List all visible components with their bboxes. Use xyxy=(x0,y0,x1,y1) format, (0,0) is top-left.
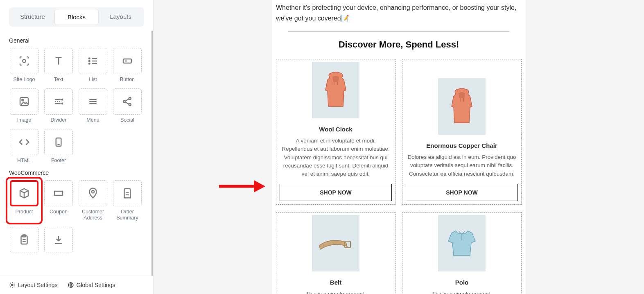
block-text[interactable]: Text xyxy=(43,48,74,83)
block-footer[interactable]: Footer xyxy=(43,129,74,164)
svg-point-0 xyxy=(23,59,26,63)
product-desc: This is a simple product. xyxy=(303,290,368,294)
product-image-polo xyxy=(438,215,486,271)
clipboard-icon xyxy=(10,227,38,253)
html-icon xyxy=(10,129,38,155)
headline: Discover More, Spend Less! xyxy=(276,39,522,50)
text-icon xyxy=(44,48,73,74)
image-icon xyxy=(10,88,38,115)
svg-point-1 xyxy=(89,58,90,59)
annotation-arrow xyxy=(217,176,266,197)
divider xyxy=(288,32,509,32)
list-icon xyxy=(79,48,107,74)
sidebar: Structure Blocks Layouts General Site Lo… xyxy=(0,0,154,294)
svg-point-19 xyxy=(129,104,131,106)
svg-point-31 xyxy=(11,284,13,286)
product-image-hoodie xyxy=(438,78,486,135)
block-social[interactable]: Social xyxy=(112,88,142,123)
block-menu[interactable]: Menu xyxy=(78,88,108,123)
product-desc: Dolores ea aliquid est in eum. Provident… xyxy=(405,153,519,178)
product-image-belt xyxy=(312,215,359,271)
block-coupon[interactable]: Coupon xyxy=(43,180,74,221)
product-title: Belt xyxy=(330,279,341,286)
svg-point-18 xyxy=(129,97,131,100)
product-card[interactable]: Enormous Copper Chair Dolores ea aliquid… xyxy=(402,59,522,205)
product-card[interactable]: Wool Clock A veniam et in voluptate et m… xyxy=(276,59,395,205)
product-card[interactable]: Polo This is a simple product. xyxy=(402,212,522,294)
product-card[interactable]: Belt This is a simple product. xyxy=(276,212,395,294)
shop-now-button[interactable]: SHOP NOW xyxy=(280,184,392,201)
product-title: Enormous Copper Chair xyxy=(426,142,497,149)
section-general: General xyxy=(9,37,142,44)
button-icon xyxy=(113,48,142,74)
block-divider[interactable]: Divider xyxy=(43,88,74,123)
block-site-logo[interactable]: Site Logo xyxy=(9,48,39,83)
svg-point-24 xyxy=(92,190,94,193)
product-desc: This is a simple product. xyxy=(429,290,494,294)
tab-structure[interactable]: Structure xyxy=(11,9,54,25)
tab-blocks[interactable]: Blocks xyxy=(54,9,99,25)
global-settings-link[interactable]: Global Settings xyxy=(68,282,115,288)
section-woocommerce: WooCommerce xyxy=(9,170,142,176)
block-extra-1[interactable] xyxy=(9,227,39,256)
bottom-bar: Layout Settings Global Settings xyxy=(0,276,153,294)
block-extra-2[interactable] xyxy=(43,227,74,256)
gear-icon xyxy=(9,282,16,288)
tab-layouts[interactable]: Layouts xyxy=(99,9,142,25)
blocks-panel: General Site Logo Text List Button Image xyxy=(0,31,153,276)
block-image[interactable]: Image xyxy=(9,88,39,123)
coupon-icon xyxy=(44,180,73,206)
product-grid: Wool Clock A veniam et in voluptate et m… xyxy=(276,59,522,294)
product-image-hoodie xyxy=(312,62,359,118)
block-product[interactable]: Product xyxy=(9,180,39,221)
divider-icon xyxy=(44,88,73,115)
svg-point-3 xyxy=(89,63,90,64)
svg-point-17 xyxy=(123,101,125,103)
tabs: Structure Blocks Layouts xyxy=(9,7,144,27)
block-customer-address[interactable]: Customer Address xyxy=(78,180,108,221)
svg-line-21 xyxy=(125,102,129,104)
svg-line-20 xyxy=(125,99,129,101)
product-title: Polo xyxy=(455,279,469,286)
product-icon xyxy=(10,180,38,206)
address-icon xyxy=(79,180,107,206)
layout-settings-link[interactable]: Layout Settings xyxy=(9,282,58,288)
product-title: Wool Clock xyxy=(319,126,352,133)
order-summary-icon xyxy=(113,180,142,206)
intro-text: Whether it's protecting your device, enh… xyxy=(276,2,522,23)
product-desc: A veniam et in voluptate et modi. Repell… xyxy=(279,137,393,178)
svg-point-2 xyxy=(89,61,90,62)
globe-icon xyxy=(68,282,74,288)
download-icon xyxy=(44,227,73,253)
footer-icon xyxy=(44,129,73,155)
block-list[interactable]: List xyxy=(78,48,108,83)
menu-icon xyxy=(79,88,107,115)
canvas: Whether it's protecting your device, enh… xyxy=(154,0,644,294)
svg-point-10 xyxy=(22,99,23,101)
site-logo-icon xyxy=(10,48,38,74)
email-body: Whether it's protecting your device, enh… xyxy=(272,0,526,294)
svg-marker-34 xyxy=(254,180,265,192)
block-button[interactable]: Button xyxy=(112,48,142,83)
social-icon xyxy=(113,88,142,115)
shop-now-button[interactable]: SHOP NOW xyxy=(406,184,518,201)
block-order-summary[interactable]: Order Summary xyxy=(112,180,142,221)
block-html[interactable]: HTML xyxy=(9,129,39,164)
